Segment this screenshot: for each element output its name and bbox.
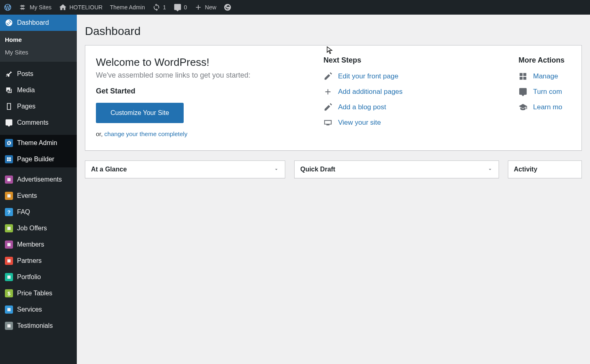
- sidebar-submenu: Home My Sites: [0, 31, 77, 62]
- link-edit-front[interactable]: Edit your front page: [338, 72, 398, 80]
- link-view-site[interactable]: View your site: [338, 119, 381, 127]
- sidebar-posts-label: Posts: [17, 70, 33, 78]
- welcome-panel: Welcome to WordPress! We've assembled so…: [85, 45, 582, 151]
- services-icon: ■: [5, 306, 13, 314]
- widgets-icon: [518, 72, 527, 81]
- plus-icon: [194, 3, 202, 11]
- chevron-down-icon: [273, 167, 279, 172]
- admin-toolbar: My Sites HOTELIOUR Theme Admin 1 0 New: [0, 0, 590, 15]
- page-title: Dashboard: [85, 19, 582, 45]
- sidebar-item-price-tables[interactable]: $ Price Tables: [0, 285, 77, 301]
- adminbar-comments-count: 0: [184, 4, 187, 11]
- sidebar-item-testimonials[interactable]: ■ Testimonials: [0, 318, 77, 334]
- sidebar-item-portfolio[interactable]: ■ Portfolio: [0, 269, 77, 285]
- pin-icon: [5, 70, 13, 78]
- sidebar-sub-mysites[interactable]: My Sites: [0, 46, 77, 58]
- sidebar-partners-label: Partners: [17, 257, 41, 264]
- sidebar-item-media[interactable]: Media: [0, 82, 77, 98]
- welcome-col-more-actions: More Actions Manage Turn com Learn mo: [518, 56, 564, 137]
- sidebar-item-theme-admin[interactable]: Theme Admin: [0, 135, 77, 151]
- sidebar-price-tables-label: Price Tables: [17, 290, 52, 297]
- sidebar-item-partners[interactable]: ■ Partners: [0, 253, 77, 269]
- metabox-activity-header[interactable]: Activity: [508, 161, 581, 178]
- main-content: Dashboard Welcome to WordPress! We've as…: [77, 15, 590, 364]
- sidebar-item-page-builder[interactable]: Page Builder: [0, 151, 77, 167]
- adminbar-theme-admin-label: Theme Admin: [110, 4, 145, 11]
- link-add-blog[interactable]: Add a blog post: [338, 103, 386, 111]
- sidebar-media-label: Media: [17, 87, 35, 94]
- adminbar-new[interactable]: New: [191, 0, 220, 15]
- sidebar-item-faq[interactable]: ? FAQ: [0, 204, 77, 220]
- testimonials-icon: ■: [5, 322, 13, 330]
- metabox-activity-title: Activity: [514, 166, 538, 173]
- sidebar-theme-admin-label: Theme Admin: [17, 139, 57, 147]
- metabox-glance-header[interactable]: At a Glance: [85, 161, 285, 178]
- sidebar-page-builder-label: Page Builder: [17, 156, 54, 163]
- more-action-turn: Turn com: [518, 87, 564, 96]
- next-step-add-pages: Add additional pages: [323, 87, 502, 96]
- theme-admin-icon: [5, 139, 13, 147]
- faq-icon: ?: [5, 208, 13, 216]
- plus-icon: [323, 87, 332, 96]
- page-icon: [5, 102, 13, 110]
- sidebar-pages-label: Pages: [17, 103, 35, 110]
- welcome-col-next-steps: Next Steps Edit your front page Add addi…: [323, 56, 502, 137]
- sidebar-item-services[interactable]: ■ Services: [0, 301, 77, 318]
- partners-icon: ■: [5, 257, 13, 265]
- sidebar-item-job-offers[interactable]: ■ Job Offers: [0, 220, 77, 236]
- home-icon: [59, 3, 67, 11]
- customize-site-button[interactable]: Customize Your Site: [96, 103, 184, 123]
- metabox-quick-header[interactable]: Quick Draft: [295, 161, 499, 178]
- adminbar-site-name[interactable]: HOTELIOUR: [55, 0, 106, 15]
- next-step-view-site: View your site: [323, 118, 502, 127]
- sidebar-item-events[interactable]: ■ Events: [0, 188, 77, 204]
- metabox-at-a-glance: At a Glance: [85, 160, 285, 178]
- welcome-col-get-started: Welcome to WordPress! We've assembled so…: [96, 56, 307, 137]
- admin-sidebar: Dashboard Home My Sites Posts Media Page…: [0, 15, 77, 364]
- adminbar-updates[interactable]: 1: [149, 0, 170, 15]
- edge-icon: [223, 3, 232, 11]
- welcome-title: Welcome to WordPress!: [96, 56, 307, 69]
- link-manage[interactable]: Manage: [533, 72, 558, 80]
- change-theme-link[interactable]: change your theme completely: [104, 130, 187, 137]
- adminbar-edge[interactable]: [220, 0, 235, 15]
- adminbar-new-label: New: [205, 4, 216, 11]
- link-learn[interactable]: Learn mo: [533, 103, 562, 111]
- sidebar-item-pages[interactable]: Pages: [0, 98, 77, 115]
- members-icon: ■: [5, 240, 13, 249]
- wordpress-icon: [4, 3, 12, 11]
- portfolio-icon: ■: [5, 273, 13, 281]
- link-turn[interactable]: Turn com: [533, 88, 562, 96]
- network-icon: [19, 3, 27, 11]
- wp-logo[interactable]: [0, 0, 15, 15]
- adminbar-site-name-label: HOTELIOUR: [69, 4, 103, 11]
- next-step-add-blog: Add a blog post: [323, 103, 502, 112]
- adminbar-comments[interactable]: 0: [170, 0, 191, 15]
- chevron-down-icon: [487, 167, 493, 172]
- sidebar-services-label: Services: [17, 306, 42, 313]
- sidebar-item-posts[interactable]: Posts: [0, 66, 77, 82]
- sidebar-testimonials-label: Testimonials: [17, 322, 53, 329]
- metabox-quick-title: Quick Draft: [300, 166, 335, 173]
- sidebar-comments-label: Comments: [17, 119, 48, 126]
- sidebar-advertisements-label: Advertisements: [17, 176, 62, 183]
- view-icon: [323, 118, 332, 127]
- adminbar-my-sites[interactable]: My Sites: [15, 0, 55, 15]
- sidebar-group-theme: Theme Admin Page Builder: [0, 135, 77, 167]
- metabox-activity: Activity: [508, 160, 582, 178]
- sidebar-sub-home[interactable]: Home: [0, 33, 77, 46]
- adminbar-updates-count: 1: [163, 4, 166, 11]
- sidebar-item-advertisements[interactable]: ■ Advertisements: [0, 171, 77, 188]
- sidebar-item-members[interactable]: ■ Members: [0, 236, 77, 253]
- sidebar-members-label: Members: [17, 241, 44, 248]
- refresh-icon: [152, 3, 161, 11]
- adminbar-theme-admin[interactable]: Theme Admin: [106, 0, 148, 15]
- events-icon: ■: [5, 192, 13, 200]
- sidebar-item-dashboard[interactable]: Dashboard: [0, 15, 77, 31]
- link-add-pages[interactable]: Add additional pages: [338, 88, 403, 96]
- media-icon: [5, 86, 13, 94]
- sidebar-portfolio-label: Portfolio: [17, 273, 41, 281]
- sidebar-item-comments[interactable]: Comments: [0, 115, 77, 131]
- sidebar-faq-label: FAQ: [17, 208, 30, 216]
- adminbar-my-sites-label: My Sites: [30, 4, 52, 11]
